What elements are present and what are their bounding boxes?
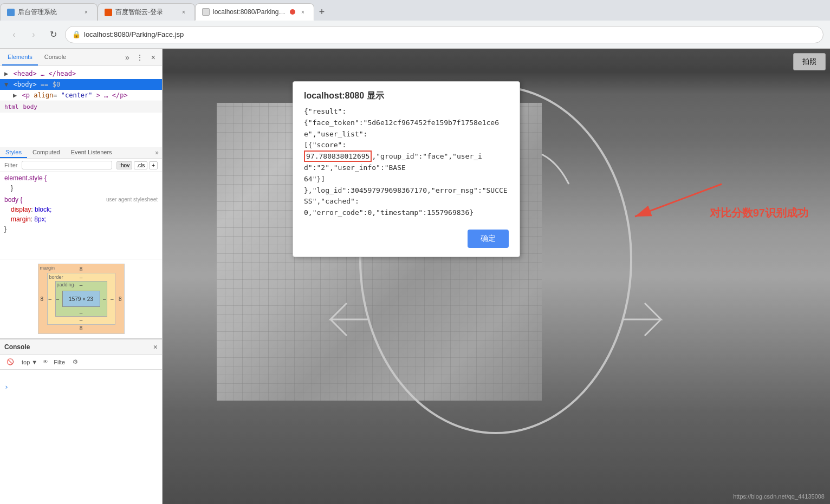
box-model-section: margin 8 8 8 8 border – – – – padding- –: [0, 259, 162, 338]
devtools-tab-elements[interactable]: Elements: [2, 49, 38, 66]
styles-filter-input[interactable]: [22, 161, 112, 169]
console-input[interactable]: [12, 383, 158, 390]
styles-filter-bar: Filter :hov .cls +: [0, 159, 162, 172]
tab-close-1[interactable]: ×: [82, 8, 90, 17]
style-rule-body: body { user agent stylesheet display: bl…: [0, 194, 162, 235]
tab-favicon-2: [105, 9, 112, 16]
success-annotation-area: 对比分数97识别成功: [710, 206, 808, 220]
breadcrumb-html[interactable]: html: [4, 103, 19, 110]
dialog-json-line3: [{"score":: [304, 140, 509, 151]
margin-top-val: 8: [80, 266, 83, 272]
filter-hov-button[interactable]: :hov: [116, 161, 132, 169]
dialog-json-line1: {"result":: [304, 106, 509, 117]
style-rule-element: element.style { }: [0, 172, 162, 194]
new-tab-button[interactable]: +: [314, 4, 329, 19]
border-left-val: –: [49, 296, 52, 302]
console-filter-label[interactable]: Filte: [51, 358, 67, 366]
filter-label: Filter: [4, 162, 17, 168]
tab-bar: 后台管理系统 × 百度智能云-登录 × localhost:8080/Parki…: [0, 0, 830, 21]
tab-admin-system[interactable]: 后台管理系统 ×: [0, 3, 98, 21]
address-box[interactable]: 🔒 localhost:8080/Parking/Face.jsp: [65, 26, 823, 43]
box-model-display: margin 8 8 8 8 border – – – – padding- –: [4, 264, 158, 334]
filter-add-button[interactable]: +: [149, 161, 158, 169]
border-right-val: –: [111, 296, 114, 302]
tab-title-1: 后台管理系统: [18, 8, 79, 17]
dialog-confirm-button[interactable]: 确定: [468, 230, 509, 248]
tab-favicon-3: [202, 8, 210, 16]
address-text: localhost:8080/Parking/Face.jsp: [84, 30, 184, 38]
padding-bottom-val: –: [80, 310, 83, 316]
dialog-json-line6: },"log_id":304597979698367170,"error_msg…: [304, 185, 509, 208]
dialog-score-line: 97.780838012695,"group_id":"face","user_…: [304, 151, 509, 174]
border-bottom-val: –: [80, 317, 83, 323]
devtools-close-button[interactable]: ×: [147, 51, 160, 64]
styles-inner-tabs: Styles Computed Event Listeners »: [0, 147, 162, 159]
console-header: Console ×: [0, 339, 162, 355]
console-close-button[interactable]: ×: [153, 343, 158, 351]
margin-bottom-val: 8: [80, 325, 83, 331]
padding-top-val: –: [80, 282, 83, 288]
console-context-btn[interactable]: top ▼: [20, 358, 40, 366]
style-rules-panel: element.style { } body { user agent styl…: [0, 172, 162, 259]
tab-close-2[interactable]: ×: [179, 8, 188, 17]
devtools-menu-button[interactable]: ⋮: [134, 51, 146, 64]
styles-more-tabs[interactable]: »: [152, 147, 162, 158]
padding-right-val: –: [103, 296, 106, 302]
console-toolbar: 🚫 top ▼ 👁 Filte ⚙: [0, 355, 162, 370]
tab-close-3[interactable]: ×: [299, 8, 307, 16]
margin-right-val: 8: [119, 296, 122, 302]
devtools-top-tabs: Elements Console » ⋮ ×: [0, 49, 162, 66]
webpage-area: 拍照 对比分数97识别成功 https://blog.csdn.net/qq_4…: [163, 49, 830, 504]
console-prompt: ›: [4, 383, 9, 391]
dom-line-head[interactable]: ▶ <head> … </head>: [0, 68, 162, 79]
dom-breadcrumb: html body: [0, 101, 162, 113]
filter-cls-button[interactable]: .cls: [134, 161, 147, 169]
dialog-footer: 确定: [293, 225, 520, 257]
tab-baidu[interactable]: 百度智能云-登录 ×: [98, 3, 195, 21]
devtools-panel: Elements Console » ⋮ × ▶ <head> … </head…: [0, 49, 163, 504]
content-size: 1579 × 23: [69, 296, 93, 302]
main-area: Elements Console » ⋮ × ▶ <head> … </head…: [0, 49, 830, 504]
svg-line-1: [635, 184, 722, 217]
tab-title-2: 百度智能云-登录: [115, 8, 176, 17]
box-model-content: 1579 × 23: [62, 291, 100, 307]
border-top-val: –: [80, 274, 83, 280]
tab-favicon-1: [7, 9, 15, 16]
tab-styles[interactable]: Styles: [0, 147, 27, 158]
padding-label: padding-: [57, 282, 76, 287]
box-model-border: border – – – – padding- – – – – 1579 ×: [47, 273, 115, 325]
console-settings-btn[interactable]: ⚙: [70, 357, 80, 366]
dialog-body: {"result": {"face_token":"5d6e12cf967452…: [293, 106, 520, 225]
margin-label: margin: [40, 265, 55, 271]
tab-title-3: localhost:8080/Parking/Fa...: [213, 8, 287, 16]
dom-line-body[interactable]: ▼ <body> == $0: [0, 79, 162, 90]
tab-recording-indicator: [290, 9, 295, 15]
padding-left-val: –: [56, 296, 60, 302]
tab-localhost[interactable]: localhost:8080/Parking/Fa... ×: [195, 3, 314, 21]
red-arrow-svg: [624, 179, 732, 222]
address-bar-row: ‹ › ↻ 🔒 localhost:8080/Parking/Face.jsp: [0, 21, 830, 49]
dialog-json-line7: 0,"error_code":0,"timestamp":1557969836}: [304, 207, 509, 219]
dom-line-p[interactable]: ▶ <p align= "center" > … </p>: [0, 90, 162, 101]
console-section: Console × 🚫 top ▼ 👁 Filte ⚙ ›: [0, 338, 162, 403]
breadcrumb-body[interactable]: body: [23, 103, 38, 110]
lock-icon: 🔒: [72, 30, 81, 38]
box-model-margin: margin 8 8 8 8 border – – – – padding- –: [38, 264, 125, 334]
dialog-box: localhost:8080 显示 {"result": {"face_toke…: [293, 81, 520, 257]
refresh-button[interactable]: ↻: [46, 27, 61, 42]
back-button[interactable]: ‹: [7, 27, 22, 42]
dom-tree: ▶ <head> … </head> ▼ <body> == $0 ▶ <p a…: [0, 66, 162, 147]
devtools-tab-console[interactable]: Console: [39, 49, 72, 66]
console-clear-button[interactable]: 🚫: [4, 357, 16, 366]
console-eye-icon[interactable]: 👁: [43, 359, 48, 365]
tab-event-listeners[interactable]: Event Listeners: [66, 147, 118, 158]
dialog-title: localhost:8080 显示: [293, 82, 520, 106]
console-tab-label: Console: [4, 343, 30, 351]
console-input-row: ›: [0, 370, 162, 403]
margin-left-val: 8: [41, 296, 44, 302]
tab-computed[interactable]: Computed: [27, 147, 66, 158]
dialog-json-line5: 64"}]: [304, 174, 509, 185]
border-label: border: [49, 274, 63, 280]
devtools-more-tabs[interactable]: »: [122, 51, 133, 64]
forward-button[interactable]: ›: [26, 27, 41, 42]
